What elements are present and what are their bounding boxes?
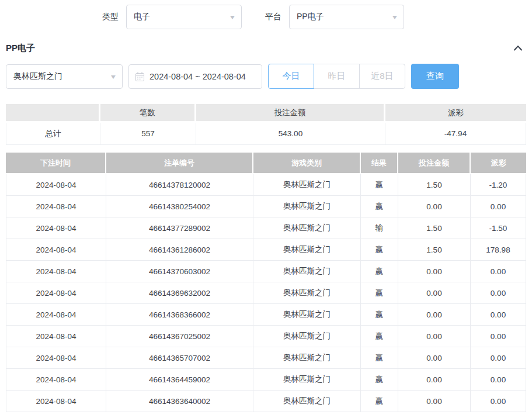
bet-amount: 1.50 bbox=[398, 217, 471, 239]
bet-amount: 0.00 bbox=[398, 196, 471, 217]
summary-count-value: 557 bbox=[100, 123, 196, 145]
range-button-today[interactable]: 今日 bbox=[268, 64, 314, 89]
table-row: 2024-08-0446614363640002奥林匹斯之门赢0.000.00 bbox=[6, 391, 526, 412]
section-title: PP电子 bbox=[6, 43, 35, 54]
table-row: 2024-08-0446614361286002奥林匹斯之门赢1.50178.9… bbox=[6, 239, 526, 261]
summary-total-label: 总计 bbox=[6, 123, 100, 145]
order-id: 46614364459002 bbox=[106, 369, 253, 391]
order-id: 46614368366002 bbox=[106, 304, 253, 326]
bet-amount: 0.00 bbox=[398, 261, 471, 282]
section-header: PP电子 bbox=[6, 42, 526, 54]
type-select-value: 电子 bbox=[134, 12, 150, 22]
bet-result: 输 bbox=[361, 217, 398, 239]
bet-date: 2024-08-04 bbox=[6, 369, 106, 391]
summary-payout-value: -47.94 bbox=[385, 123, 526, 145]
date-range-input[interactable]: 2024-08-04 ~ 2024-08-04 bbox=[128, 64, 262, 89]
platform-select-value: PP电子 bbox=[297, 12, 324, 22]
chevron-down-icon: ▾ bbox=[230, 13, 235, 20]
order-id: 46614361286002 bbox=[106, 239, 253, 261]
bet-date: 2024-08-04 bbox=[6, 196, 106, 217]
date-range-value: 2024-08-04 ~ 2024-08-04 bbox=[149, 72, 246, 81]
bet-date: 2024-08-04 bbox=[6, 239, 106, 261]
summary-header-row: 笔数 投注金额 派彩 bbox=[6, 104, 526, 123]
header-result: 结果 bbox=[361, 153, 398, 174]
bet-amount: 0.00 bbox=[398, 304, 471, 326]
bet-date: 2024-08-04 bbox=[6, 326, 106, 347]
platform-select[interactable]: PP电子 ▾ bbox=[289, 5, 404, 29]
header-payout: 派彩 bbox=[471, 153, 526, 174]
bet-records-table: 下注时间 注单编号 游戏类别 结果 投注金额 派彩 2024-08-044661… bbox=[6, 153, 526, 412]
game-select-value: 奥林匹斯之门 bbox=[13, 71, 62, 82]
bet-result: 赢 bbox=[361, 304, 398, 326]
bet-result: 赢 bbox=[361, 239, 398, 261]
chevron-up-icon bbox=[513, 45, 523, 51]
summary-table: 笔数 投注金额 派彩 总计 557 543.00 -47.94 bbox=[6, 104, 526, 145]
search-button[interactable]: 查询 bbox=[411, 64, 459, 89]
betting-records-page: 类型 电子 ▾ 平台 PP电子 ▾ PP电子 奥林匹斯之门 ▾ bbox=[0, 5, 532, 412]
order-id: 46614365707002 bbox=[106, 347, 253, 369]
order-id: 46614367025002 bbox=[106, 326, 253, 347]
table-row: 2024-08-0446614380254002奥林匹斯之门赢0.000.00 bbox=[6, 196, 526, 217]
bet-result: 赢 bbox=[361, 391, 398, 412]
summary-bet-amount-value: 543.00 bbox=[196, 123, 385, 145]
payout-amount: 0.00 bbox=[471, 326, 526, 347]
summary-total-row: 总计 557 543.00 -47.94 bbox=[6, 123, 526, 145]
header-bet-time: 下注时间 bbox=[6, 153, 106, 174]
bet-amount: 0.00 bbox=[398, 326, 471, 347]
table-row: 2024-08-0446614377289002奥林匹斯之门输1.50-1.50 bbox=[6, 217, 526, 239]
game-category: 奥林匹斯之门 bbox=[253, 391, 361, 412]
calendar-icon bbox=[135, 72, 144, 81]
payout-amount: 0.00 bbox=[471, 261, 526, 282]
bet-result: 赢 bbox=[361, 174, 398, 196]
summary-header-payout: 派彩 bbox=[385, 104, 526, 123]
range-button-last8days[interactable]: 近8日 bbox=[359, 64, 405, 89]
chevron-down-icon: ▾ bbox=[111, 73, 116, 80]
bet-amount: 0.00 bbox=[398, 282, 471, 304]
order-id: 46614369632002 bbox=[106, 282, 253, 304]
game-category: 奥林匹斯之门 bbox=[253, 261, 361, 282]
order-id: 46614380254002 bbox=[106, 196, 253, 217]
quick-range-group: 今日 昨日 近8日 bbox=[268, 64, 405, 89]
bet-date: 2024-08-04 bbox=[6, 304, 106, 326]
summary-header-bet-amount: 投注金额 bbox=[196, 104, 385, 123]
game-category: 奥林匹斯之门 bbox=[253, 369, 361, 391]
bet-date: 2024-08-04 bbox=[6, 174, 106, 196]
bet-table-body: 2024-08-0446614378120002奥林匹斯之门赢1.50-1.20… bbox=[6, 174, 526, 412]
bet-date: 2024-08-04 bbox=[6, 391, 106, 412]
bet-result: 赢 bbox=[361, 261, 398, 282]
bet-result: 赢 bbox=[361, 196, 398, 217]
order-id: 46614378120002 bbox=[106, 174, 253, 196]
summary-header-count: 笔数 bbox=[100, 104, 196, 123]
range-button-yesterday[interactable]: 昨日 bbox=[314, 64, 360, 89]
table-row: 2024-08-0446614378120002奥林匹斯之门赢1.50-1.20 bbox=[6, 174, 526, 196]
header-order-id: 注单编号 bbox=[106, 153, 253, 174]
payout-amount: 178.98 bbox=[471, 239, 526, 261]
bet-result: 赢 bbox=[361, 326, 398, 347]
payout-amount: 0.00 bbox=[471, 304, 526, 326]
payout-amount: 0.00 bbox=[471, 391, 526, 412]
bet-date: 2024-08-04 bbox=[6, 261, 106, 282]
bet-amount: 1.50 bbox=[398, 174, 471, 196]
payout-amount: 0.00 bbox=[471, 282, 526, 304]
bet-amount: 0.00 bbox=[398, 347, 471, 369]
type-select[interactable]: 电子 ▾ bbox=[126, 5, 242, 29]
bet-date: 2024-08-04 bbox=[6, 282, 106, 304]
chevron-down-icon: ▾ bbox=[392, 13, 397, 20]
bet-result: 赢 bbox=[361, 282, 398, 304]
game-select[interactable]: 奥林匹斯之门 ▾ bbox=[6, 64, 123, 89]
top-filter-bar: 类型 电子 ▾ 平台 PP电子 ▾ bbox=[102, 5, 526, 29]
payout-amount: 0.00 bbox=[471, 347, 526, 369]
platform-label: 平台 bbox=[265, 12, 281, 22]
payout-amount: -1.20 bbox=[471, 174, 526, 196]
query-bar: 奥林匹斯之门 ▾ 2024-08-04 ~ 2024-08-04 今日 昨日 近… bbox=[6, 64, 526, 89]
bet-result: 赢 bbox=[361, 369, 398, 391]
table-row: 2024-08-0446614369632002奥林匹斯之门赢0.000.00 bbox=[6, 282, 526, 304]
game-category: 奥林匹斯之门 bbox=[253, 196, 361, 217]
collapse-button[interactable] bbox=[510, 44, 526, 52]
table-row: 2024-08-0446614364459002奥林匹斯之门赢0.000.00 bbox=[6, 369, 526, 391]
payout-amount: 0.00 bbox=[471, 196, 526, 217]
game-category: 奥林匹斯之门 bbox=[253, 326, 361, 347]
game-category: 奥林匹斯之门 bbox=[253, 217, 361, 239]
table-header-row: 下注时间 注单编号 游戏类别 结果 投注金额 派彩 bbox=[6, 153, 526, 174]
game-category: 奥林匹斯之门 bbox=[253, 347, 361, 369]
